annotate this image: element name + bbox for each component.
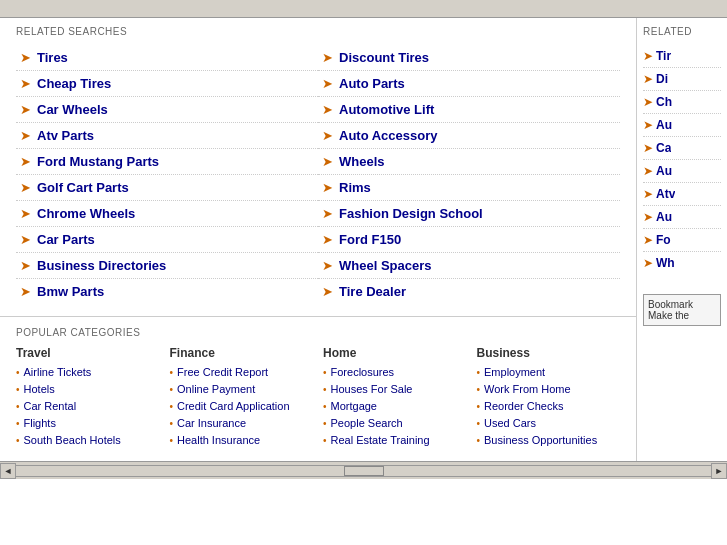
popular-categories-title: POPULAR CATEGORIES xyxy=(16,327,620,338)
right-search-link[interactable]: Fo xyxy=(656,233,671,247)
category-list: Employment Work From Home Reorder Checks… xyxy=(477,364,621,447)
category-link[interactable]: Reorder Checks xyxy=(484,400,563,412)
search-link[interactable]: Wheel Spacers xyxy=(339,258,432,273)
list-item: Real Estate Training xyxy=(323,432,467,447)
search-link[interactable]: Car Wheels xyxy=(37,102,108,117)
search-link[interactable]: Wheels xyxy=(339,154,385,169)
list-item: ➤ Discount Tires xyxy=(318,45,620,71)
category-link[interactable]: Flights xyxy=(24,417,56,429)
category-link[interactable]: Hotels xyxy=(24,383,55,395)
arrow-icon: ➤ xyxy=(643,210,653,224)
arrow-icon: ➤ xyxy=(20,232,31,247)
right-search-link[interactable]: Atv xyxy=(656,187,675,201)
category-business: Business Employment Work From Home Reord… xyxy=(477,346,621,449)
arrow-icon: ➤ xyxy=(322,232,333,247)
list-item: ➤ Wheels xyxy=(318,149,620,175)
right-search-link[interactable]: Ch xyxy=(656,95,672,109)
list-item: ➤ Fo xyxy=(643,229,721,252)
right-search-link[interactable]: Tir xyxy=(656,49,671,63)
right-panel-title: RELATED xyxy=(643,26,721,37)
list-item: Online Payment xyxy=(170,381,314,396)
right-search-link[interactable]: Au xyxy=(656,118,672,132)
search-link[interactable]: Ford Mustang Parts xyxy=(37,154,159,169)
list-item: ➤ Wh xyxy=(643,252,721,274)
arrow-icon: ➤ xyxy=(20,102,31,117)
right-search-link[interactable]: Wh xyxy=(656,256,675,270)
search-link[interactable]: Atv Parts xyxy=(37,128,94,143)
category-link[interactable]: Health Insurance xyxy=(177,434,260,446)
search-link[interactable]: Golf Cart Parts xyxy=(37,180,129,195)
search-link[interactable]: Business Directories xyxy=(37,258,166,273)
scroll-left-button[interactable]: ◄ xyxy=(0,463,16,479)
list-item: ➤ Rims xyxy=(318,175,620,201)
list-item: ➤ Car Parts xyxy=(16,227,318,253)
category-heading: Business xyxy=(477,346,621,360)
list-item: ➤ Chrome Wheels xyxy=(16,201,318,227)
right-search-link[interactable]: Di xyxy=(656,72,668,86)
list-item: Work From Home xyxy=(477,381,621,396)
category-link[interactable]: Car Rental xyxy=(24,400,77,412)
list-item: ➤ Ford Mustang Parts xyxy=(16,149,318,175)
category-link[interactable]: Credit Card Application xyxy=(177,400,290,412)
list-item: ➤ Ch xyxy=(643,91,721,114)
list-item: ➤ Fashion Design School xyxy=(318,201,620,227)
search-link[interactable]: Tire Dealer xyxy=(339,284,406,299)
list-item: Credit Card Application xyxy=(170,398,314,413)
search-link[interactable]: Cheap Tires xyxy=(37,76,111,91)
list-item: ➤ Auto Parts xyxy=(318,71,620,97)
list-item: ➤ Business Directories xyxy=(16,253,318,279)
category-link[interactable]: Mortgage xyxy=(331,400,377,412)
list-item: ➤ Au xyxy=(643,160,721,183)
list-item: People Search xyxy=(323,415,467,430)
popular-categories-section: POPULAR CATEGORIES Travel Airline Ticket… xyxy=(0,317,636,461)
arrow-icon: ➤ xyxy=(20,76,31,91)
category-link[interactable]: Foreclosures xyxy=(331,366,395,378)
category-link[interactable]: South Beach Hotels xyxy=(24,434,121,446)
scroll-thumb[interactable] xyxy=(344,466,384,476)
category-link[interactable]: Airline Tickets xyxy=(24,366,92,378)
search-link[interactable]: Rims xyxy=(339,180,371,195)
list-item: Employment xyxy=(477,364,621,379)
category-link[interactable]: Car Insurance xyxy=(177,417,246,429)
bookmark-line1: Bookmark xyxy=(648,299,716,310)
arrow-icon: ➤ xyxy=(322,102,333,117)
search-link[interactable]: Auto Accessory xyxy=(339,128,438,143)
search-link[interactable]: Ford F150 xyxy=(339,232,401,247)
arrow-icon: ➤ xyxy=(322,154,333,169)
category-link[interactable]: Used Cars xyxy=(484,417,536,429)
search-link[interactable]: Tires xyxy=(37,50,68,65)
search-link[interactable]: Chrome Wheels xyxy=(37,206,135,221)
search-link[interactable]: Automotive Lift xyxy=(339,102,434,117)
list-item: ➤ Auto Accessory xyxy=(318,123,620,149)
search-column-right: ➤ Discount Tires ➤ Auto Parts ➤ Automoti… xyxy=(318,45,620,304)
right-search-link[interactable]: Au xyxy=(656,164,672,178)
bookmark-box: Bookmark Make the xyxy=(643,294,721,326)
related-searches-title: RELATED SEARCHES xyxy=(16,26,620,37)
search-link[interactable]: Discount Tires xyxy=(339,50,429,65)
search-link[interactable]: Car Parts xyxy=(37,232,95,247)
list-item: ➤ Golf Cart Parts xyxy=(16,175,318,201)
right-search-link[interactable]: Au xyxy=(656,210,672,224)
scroll-right-button[interactable]: ► xyxy=(711,463,727,479)
list-item: Car Insurance xyxy=(170,415,314,430)
top-bar xyxy=(0,0,727,18)
category-link[interactable]: Houses For Sale xyxy=(331,383,413,395)
right-search-link[interactable]: Ca xyxy=(656,141,671,155)
category-link[interactable]: Work From Home xyxy=(484,383,571,395)
list-item: ➤ Di xyxy=(643,68,721,91)
category-link[interactable]: People Search xyxy=(331,417,403,429)
category-link[interactable]: Online Payment xyxy=(177,383,255,395)
category-link[interactable]: Free Credit Report xyxy=(177,366,268,378)
category-link[interactable]: Real Estate Training xyxy=(331,434,430,446)
arrow-icon: ➤ xyxy=(322,76,333,91)
list-item: Health Insurance xyxy=(170,432,314,447)
arrow-icon: ➤ xyxy=(322,128,333,143)
category-list: Airline Tickets Hotels Car Rental Flight… xyxy=(16,364,160,447)
category-link[interactable]: Employment xyxy=(484,366,545,378)
search-link[interactable]: Bmw Parts xyxy=(37,284,104,299)
list-item: Used Cars xyxy=(477,415,621,430)
category-link[interactable]: Business Opportunities xyxy=(484,434,597,446)
search-link[interactable]: Auto Parts xyxy=(339,76,405,91)
search-link[interactable]: Fashion Design School xyxy=(339,206,483,221)
arrow-icon: ➤ xyxy=(322,284,333,299)
